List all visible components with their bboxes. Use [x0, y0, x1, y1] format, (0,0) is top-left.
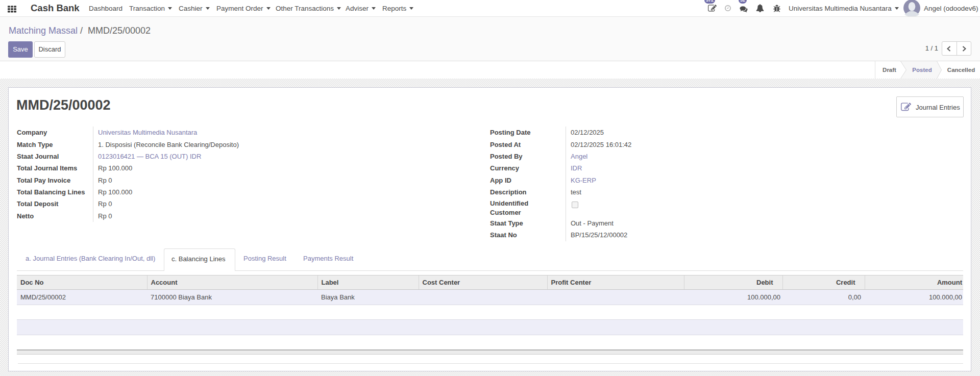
svg-text:Posted: Posted [912, 67, 932, 73]
svg-text:Draft: Draft [883, 67, 896, 73]
svg-text:Cancelled: Cancelled [947, 67, 975, 73]
